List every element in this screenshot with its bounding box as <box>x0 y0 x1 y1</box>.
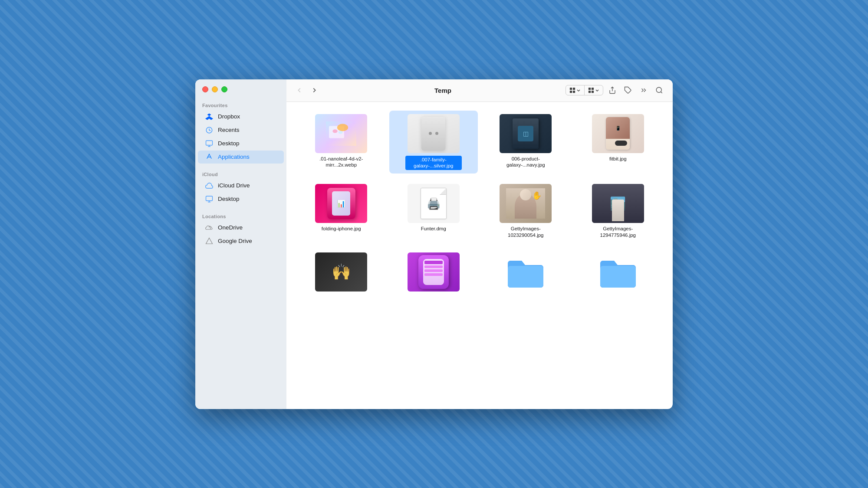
maximize-button[interactable] <box>221 86 227 92</box>
file-thumb-pink-app <box>408 252 460 291</box>
icloud-header: iCloud <box>195 168 286 179</box>
desktop-label: Desktop <box>218 140 240 147</box>
sidebar-item-icloud-desktop[interactable]: Desktop <box>198 193 284 206</box>
svg-rect-15 <box>589 91 591 93</box>
file-item-fitbit[interactable]: 📱 fitbit.jpg <box>574 111 663 174</box>
share-button[interactable] <box>606 84 619 97</box>
googledrive-icon <box>205 237 214 246</box>
svg-rect-14 <box>592 88 594 90</box>
svg-rect-16 <box>592 91 594 93</box>
file-item-folder1[interactable] <box>481 249 570 298</box>
svg-rect-13 <box>589 88 591 90</box>
svg-point-23 <box>337 124 348 131</box>
applications-icon <box>205 153 214 161</box>
dropbox-label: Dropbox <box>218 113 240 120</box>
icloud-desktop-icon <box>205 195 214 203</box>
tag-button[interactable] <box>621 84 635 97</box>
svg-line-20 <box>661 92 662 93</box>
finder-window: Favourites Dropbox <box>195 79 673 409</box>
onedrive-label: OneDrive <box>218 224 243 231</box>
file-label-funter-dmg: Funter.dmg <box>421 226 446 232</box>
file-thumb-getty2: 🏙️ <box>592 184 644 223</box>
favourites-header: Favourites <box>195 99 286 110</box>
google-drive-label: Google Drive <box>218 238 252 244</box>
icloud-drive-label: iCloud Drive <box>218 182 250 189</box>
file-item-folder2[interactable] <box>574 249 663 298</box>
file-item-dark-hands[interactable]: 🙌 <box>297 249 386 298</box>
sidebar-item-applications[interactable]: Applications <box>198 151 284 164</box>
file-item-getty1[interactable]: ✋ GettyImages-1023290054.jpg <box>481 180 570 242</box>
files-container: .01-nanoleaf-4d-v2-mirr...2x.webp <box>286 102 673 409</box>
recents-icon <box>205 126 214 134</box>
file-thumb-getty1: ✋ <box>500 184 552 223</box>
window-title: Temp <box>326 87 560 94</box>
file-label-product-navy: 006-product-galaxy-...navy.jpg <box>497 156 554 169</box>
svg-marker-8 <box>206 238 213 244</box>
file-item-nanoleaf[interactable]: .01-nanoleaf-4d-v2-mirr...2x.webp <box>297 111 386 174</box>
icloud-desktop-label: Desktop <box>218 196 240 202</box>
file-thumb-galaxy-silver <box>408 114 460 153</box>
forward-button[interactable] <box>308 84 320 96</box>
nav-buttons <box>293 84 320 96</box>
search-button[interactable] <box>653 84 666 97</box>
file-thumb-folding: 📊 <box>315 184 367 223</box>
file-label-getty2: GettyImages-1294775946.jpg <box>590 226 646 239</box>
file-item-folding[interactable]: 📊 folding-iphone.jpg <box>297 180 386 242</box>
toolbar-right <box>566 84 666 97</box>
svg-rect-9 <box>570 88 572 90</box>
svg-rect-11 <box>570 91 572 93</box>
locations-header: Locations <box>195 210 286 221</box>
file-area: Temp <box>286 79 673 409</box>
svg-rect-12 <box>573 91 575 93</box>
file-label-nanoleaf: .01-nanoleaf-4d-v2-mirr...2x.webp <box>313 156 369 169</box>
sidebar-item-recents[interactable]: Recents <box>198 124 284 137</box>
file-label-galaxy-silver: .007-family-galaxy-...silver.jpg <box>405 156 462 170</box>
list-view-button[interactable] <box>585 85 603 95</box>
minimize-button[interactable] <box>212 86 218 92</box>
file-thumb-nanoleaf <box>315 114 367 153</box>
file-thumb-funter-dmg: 🖨️ <box>408 184 460 223</box>
file-item-galaxy-silver[interactable]: .007-family-galaxy-...silver.jpg <box>389 111 478 174</box>
file-thumb-dark-hands: 🙌 <box>315 252 367 291</box>
file-label-fitbit: fitbit.jpg <box>609 156 627 162</box>
sidebar-item-desktop[interactable]: Desktop <box>198 137 284 150</box>
more-button[interactable] <box>637 84 650 97</box>
onedrive-icon <box>205 223 214 232</box>
recents-label: Recents <box>218 127 240 133</box>
files-grid: .01-nanoleaf-4d-v2-mirr...2x.webp <box>297 111 662 298</box>
file-thumb-product-navy: ◫ <box>500 114 552 153</box>
file-label-folding: folding-iphone.jpg <box>322 226 361 232</box>
svg-rect-5 <box>206 196 213 201</box>
file-item-pink-app[interactable] <box>389 249 478 298</box>
file-item-product-navy[interactable]: ◫ 006-product-galaxy-...navy.jpg <box>481 111 570 174</box>
applications-label: Applications <box>218 154 250 160</box>
sidebar-item-google-drive[interactable]: Google Drive <box>198 235 284 248</box>
icon-view-button[interactable] <box>566 85 584 95</box>
sidebar-item-dropbox[interactable]: Dropbox <box>198 110 284 123</box>
sidebar-item-icloud-drive[interactable]: iCloud Drive <box>198 179 284 192</box>
file-item-getty2[interactable]: 🏙️ GettyImages-1294775946.jpg <box>574 180 663 242</box>
svg-rect-10 <box>573 88 575 90</box>
sidebar-item-onedrive[interactable]: OneDrive <box>198 221 284 234</box>
svg-point-19 <box>656 87 661 92</box>
file-item-funter-dmg[interactable]: 🖨️ Funter.dmg <box>389 180 478 242</box>
file-label-getty1: GettyImages-1023290054.jpg <box>497 226 554 239</box>
icloud-icon <box>205 181 214 190</box>
svg-rect-1 <box>206 141 213 145</box>
desktop-icon <box>205 139 214 148</box>
file-thumb-fitbit: 📱 <box>592 114 644 153</box>
back-button[interactable] <box>293 84 306 96</box>
toolbar: Temp <box>286 79 673 102</box>
file-thumb-folder2 <box>592 252 644 291</box>
close-button[interactable] <box>202 86 208 92</box>
svg-point-24 <box>333 129 338 133</box>
dropbox-icon <box>205 112 214 121</box>
sidebar: Favourites Dropbox <box>195 79 286 409</box>
file-thumb-folder1 <box>500 252 552 291</box>
svg-point-25 <box>339 131 343 134</box>
